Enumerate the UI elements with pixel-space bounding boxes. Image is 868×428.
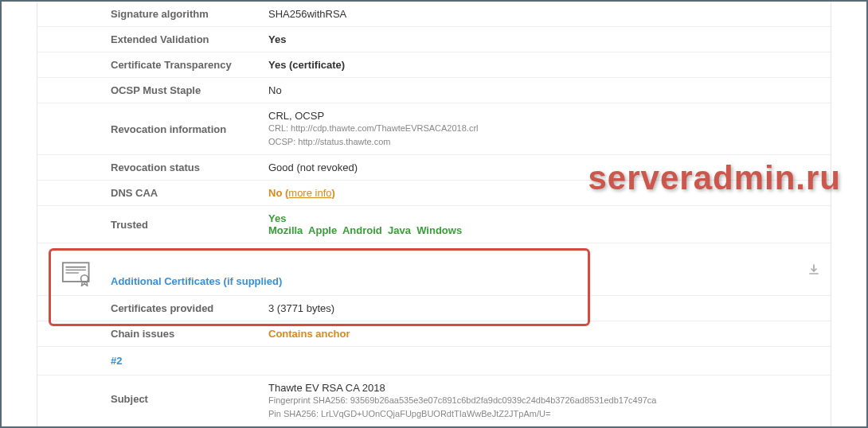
- value-dns-caa: No (more info): [268, 181, 831, 206]
- row-subject: Subject Thawte EV RSA CA 2018 Fingerprin…: [37, 375, 831, 427]
- row-certificate-transparency: Certificate Transparency Yes (certificat…: [37, 53, 831, 78]
- value-rev-status: Good (not revoked): [268, 155, 831, 181]
- rev-info-crl: CRL: http://cdp.thawte.com/ThawteEVRSACA…: [268, 123, 479, 133]
- row-dns-caa: DNS CAA No (more info): [37, 181, 831, 206]
- heading-additional-certificates: Additional Certificates (if supplied): [37, 267, 831, 296]
- trusted-platform-mozilla[interactable]: Mozilla: [268, 224, 303, 236]
- value-certs-provided: 3 (3771 bytes): [268, 296, 831, 321]
- value-sig-alg: SHA256withRSA: [268, 2, 831, 27]
- label-dns-caa: DNS CAA: [37, 181, 268, 206]
- trusted-platform-android[interactable]: Android: [342, 224, 382, 236]
- value-rev-info: CRL, OCSP CRL: http://cdp.thawte.com/Tha…: [268, 103, 831, 155]
- rev-info-ocsp: OCSP: http://status.thawte.com: [268, 137, 390, 146]
- dns-caa-more-info-link[interactable]: more info: [288, 187, 331, 199]
- value-chain-issues: Contains anchor: [268, 321, 831, 346]
- row-revocation-status: Revocation status Good (not revoked): [37, 155, 831, 181]
- subject-name: Thawte EV RSA CA 2018: [268, 382, 385, 394]
- row-ocsp-must-staple: OCSP Must Staple No: [37, 78, 831, 103]
- download-icon[interactable]: [808, 264, 819, 278]
- label-ct: Certificate Transparency: [37, 53, 268, 78]
- certificate-properties-table: Signature algorithm SHA256withRSA Extend…: [37, 2, 831, 243]
- row-certificates-provided: Certificates provided 3 (3771 bytes): [37, 296, 831, 321]
- heading-cert2: #2: [37, 347, 831, 375]
- label-sig-alg: Signature algorithm: [37, 2, 268, 27]
- row-trusted: Trusted Yes Mozilla Apple Android Java W…: [37, 206, 831, 243]
- trusted-platform-windows[interactable]: Windows: [416, 224, 462, 236]
- value-ocsp-ms: No: [268, 78, 831, 103]
- value-trusted: Yes Mozilla Apple Android Java Windows: [268, 206, 831, 243]
- certificate-icon: [61, 259, 93, 286]
- rev-info-main: CRL, OCSP: [268, 110, 324, 122]
- label-certs-provided: Certificates provided: [37, 296, 268, 321]
- trusted-yes: Yes: [268, 212, 286, 224]
- value-subject: Thawte EV RSA CA 2018 Fingerprint SHA256…: [268, 375, 831, 426]
- label-rev-status: Revocation status: [37, 155, 268, 181]
- row-signature-algorithm: Signature algorithm SHA256withRSA: [37, 2, 831, 27]
- row-revocation-information: Revocation information CRL, OCSP CRL: ht…: [37, 103, 831, 155]
- value-ev: Yes: [268, 27, 831, 53]
- row-chain-issues: Chain issues Contains anchor: [37, 321, 831, 347]
- label-ev: Extended Validation: [37, 27, 268, 53]
- label-ocsp-ms: OCSP Must Staple: [37, 78, 268, 103]
- dns-caa-no: No: [268, 187, 282, 199]
- label-chain-issues: Chain issues: [37, 321, 268, 346]
- label-subject: Subject: [37, 375, 268, 426]
- subject-fingerprint: Fingerprint SHA256: 93569b26aa535e3e07c8…: [268, 395, 656, 405]
- subject-pin: Pin SHA256: LrLVqGD+UOnCQjaFUpgBUORdtTIa…: [268, 409, 550, 418]
- trusted-platform-java[interactable]: Java: [388, 224, 411, 236]
- label-trusted: Trusted: [37, 206, 268, 243]
- row-extended-validation: Extended Validation Yes: [37, 27, 831, 53]
- svg-rect-0: [63, 263, 89, 282]
- label-rev-info: Revocation information: [37, 103, 268, 155]
- value-ct: Yes (certificate): [268, 53, 831, 78]
- trusted-platform-apple[interactable]: Apple: [308, 224, 337, 236]
